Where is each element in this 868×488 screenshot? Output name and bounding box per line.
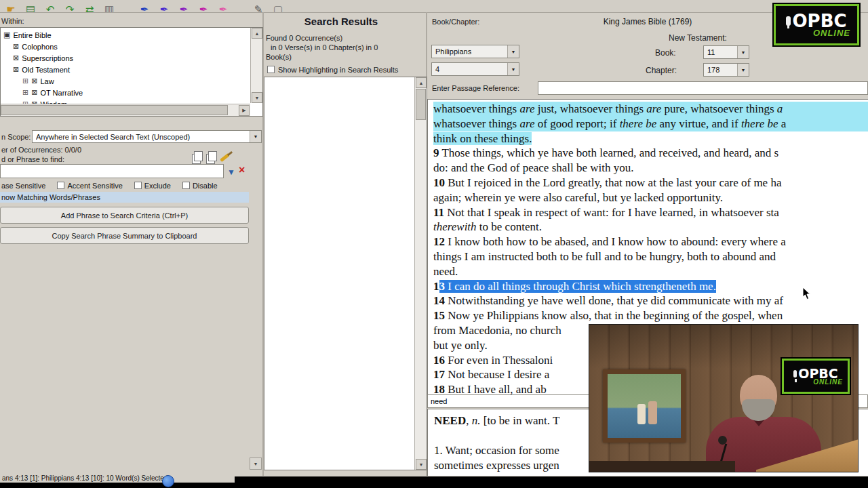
checkbox[interactable] (57, 182, 64, 189)
checked-box-icon[interactable]: ⊠ (13, 65, 19, 74)
results-scroll-down-button[interactable]: ▼ (416, 459, 427, 470)
chapter-number-value: 178 (707, 66, 737, 74)
verse-line[interactable]: again; wherein ye were also careful, but… (433, 190, 868, 205)
checkbox[interactable] (182, 182, 190, 189)
text-segment: n. (472, 414, 481, 427)
highlighter-blue-icon[interactable]: ✒ (138, 4, 151, 13)
tree-item-law[interactable]: ⊞⊠Law (1, 75, 262, 87)
text-segment: NEED (434, 414, 466, 427)
highlighter-pink-icon[interactable]: ✒ (216, 4, 230, 13)
hand-pointer-icon[interactable]: ☛ (4, 4, 18, 13)
expand-icon[interactable]: ⊞ (22, 88, 28, 97)
book-dropdown[interactable]: Philippians ▼ (431, 45, 519, 58)
text-segment: do: and the God of peace shall be with y… (433, 161, 634, 174)
results-scroll-up-button[interactable]: ▲ (416, 77, 427, 88)
verse-line[interactable]: 10 But I rejoiced in the Lord greatly, t… (433, 176, 868, 190)
verse-line[interactable]: 11 Not that I speak in respect of want: … (433, 205, 868, 220)
verse-line[interactable]: therewith to be content. (433, 220, 868, 235)
chapter-number-label: Chapter: (646, 66, 677, 75)
bible-book-icon[interactable]: ▤ (24, 4, 37, 13)
chevron-down-icon[interactable]: ▼ (737, 64, 749, 76)
book-number-dropdown[interactable]: 11 ▼ (703, 45, 749, 59)
tree-scroll-down-button[interactable]: ▼ (252, 92, 262, 103)
text-segment: things I am instructed both to be full a… (433, 250, 778, 263)
passage-reference-label: Enter Passage Reference: (432, 84, 519, 92)
tree-item-old-testament[interactable]: ⊠Old Testament (1, 64, 262, 75)
tree-scroll-right-button[interactable]: ▶ (239, 105, 250, 116)
text-segment: 11 (433, 206, 444, 219)
find-down-arrow-icon[interactable]: ▼ (227, 168, 235, 176)
show-highlighting-checkbox[interactable] (267, 66, 275, 73)
tree-item-superscriptions[interactable]: ⊠Superscriptions (1, 52, 262, 64)
verse-line[interactable]: need. (433, 264, 868, 279)
chapter-number-dropdown[interactable]: 178 ▼ (703, 63, 749, 77)
new-page-icon[interactable]: ▢ (271, 4, 285, 13)
tree-item-ot-narrative[interactable]: ⊞⊠OT Narrative (1, 87, 262, 98)
chapter-dropdown[interactable]: 4 ▼ (431, 62, 519, 76)
copy-summary-button[interactable]: Copy Search Phrase Summary to Clipboard (0, 227, 249, 244)
option-disable: Disable (182, 182, 218, 190)
verse-line[interactable]: 12 I know both how to be abased, and I k… (433, 235, 868, 249)
copy-phrase-icon[interactable] (192, 154, 201, 164)
checked-box-icon[interactable]: ⊠ (13, 42, 19, 51)
copy-list-icon[interactable] (206, 154, 215, 164)
remove-phrase-icon[interactable]: × (239, 166, 245, 174)
verse-line[interactable]: think on these things. (433, 131, 868, 146)
highlighter-purple-icon[interactable]: ✒ (177, 4, 191, 13)
highlighter-indigo-icon[interactable]: ✒ (157, 4, 171, 13)
tree-item-colophons[interactable]: ⊠Colophons (1, 41, 262, 52)
text-segment: are (646, 102, 661, 115)
sync-verses-icon[interactable]: ⇄ (83, 4, 96, 13)
left-panel-scroll-down-button[interactable]: ▼ (250, 458, 262, 470)
text-segment: Not that I speak in respect of want: for… (444, 206, 779, 219)
chevron-down-icon[interactable]: ▼ (250, 131, 261, 142)
text-segment: a (778, 117, 786, 130)
expand-icon[interactable]: ⊞ (22, 77, 28, 85)
tree-scroll-up-button[interactable]: ▲ (252, 28, 262, 39)
player-dot-icon[interactable] (162, 475, 174, 487)
verse-line[interactable]: do: and the God of peace shall be with y… (433, 161, 868, 176)
checked-box-icon[interactable]: ⊠ (13, 54, 19, 62)
add-phrase-button[interactable]: Add Phrase to Search Criteria (Ctrl+P) (0, 207, 249, 224)
checked-box-icon[interactable]: ⊠ (31, 88, 37, 97)
text-segment: Notwithstanding ye have well done, that … (445, 294, 783, 307)
highlighter-magenta-icon[interactable]: ✒ (197, 4, 210, 13)
chevron-down-icon[interactable]: ▼ (507, 45, 519, 58)
copy-panel-icon[interactable]: ▥ (102, 4, 116, 13)
verse-line[interactable]: things I am instructed both to be full a… (433, 249, 868, 264)
checkbox[interactable] (134, 182, 142, 189)
verse-line[interactable]: 15 Now ye Philippians know also, that in… (433, 308, 868, 323)
tree-item-entire-bible[interactable]: ▣Entire Bible (1, 29, 262, 41)
verse-line[interactable]: whatsoever things are of good report; if… (433, 117, 868, 131)
undo-arrow-icon[interactable]: ↶ (43, 4, 57, 13)
chevron-down-icon[interactable]: ▼ (737, 46, 749, 58)
video-overlay[interactable]: OPBC ONLINE (589, 324, 859, 472)
scope-dropdown[interactable]: Anywhere in Selected Search Text (Unscop… (32, 130, 262, 143)
verse-line[interactable]: 9 Those things, which ye have both learn… (433, 146, 868, 161)
chevron-down-icon[interactable]: ▼ (507, 63, 519, 75)
passage-reference-input[interactable] (538, 81, 868, 95)
tree-hscroll-thumb[interactable] (1, 105, 228, 115)
text-segment: think on these things. (433, 132, 532, 145)
search-phrase-input[interactable] (0, 164, 224, 178)
option-accent-sensitive: Accent Sensitive (57, 182, 122, 190)
text-segment: 10 (433, 176, 445, 189)
results-scrollbar[interactable] (414, 77, 427, 470)
text-segment: 17 (433, 368, 445, 381)
show-matching-row[interactable]: now Matching Words/Phrases (0, 192, 249, 203)
text-segment: are (519, 102, 534, 115)
tree-item-label: OT Narrative (40, 89, 83, 97)
text-segment: 14 (433, 294, 445, 307)
checked-box-icon[interactable]: ⊠ (31, 77, 37, 85)
verse-line[interactable]: whatsoever things are just, whatsoever t… (433, 102, 868, 117)
tree-item-label: Colophons (22, 43, 58, 51)
toolbar: ☛▤↶↷⇄▥✒✒✒✒✒✎▢ (0, 0, 868, 13)
bible-icon[interactable]: ▣ (3, 30, 10, 39)
results-scroll-thumb[interactable] (416, 89, 426, 120)
scope-label: n Scope: (1, 133, 31, 141)
redo-arrow-icon[interactable]: ↷ (63, 4, 77, 13)
clear-search-brush-icon[interactable] (220, 153, 230, 162)
found-verses-line: in 0 Verse(s) in 0 Chapter(s) in 0 (271, 43, 378, 52)
text-segment: 9 (433, 146, 439, 159)
search-results-list[interactable]: ▲ ▼ (264, 77, 427, 470)
